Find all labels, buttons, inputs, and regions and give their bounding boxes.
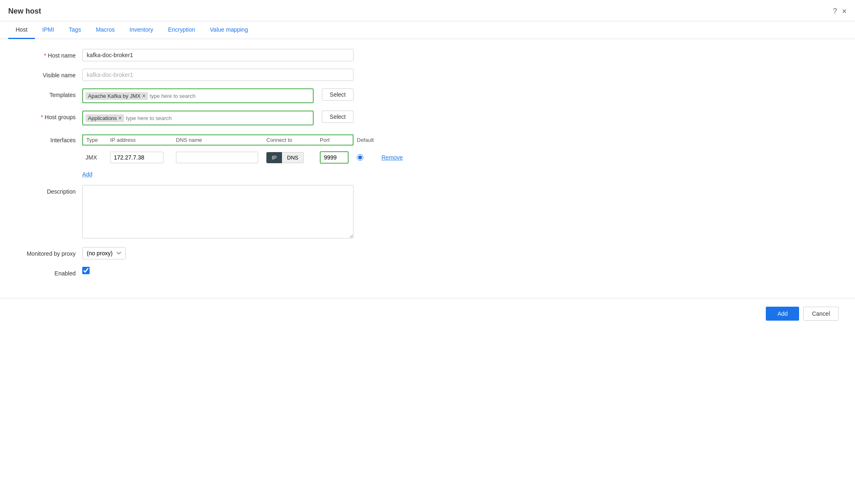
visible-name-input[interactable] (82, 69, 354, 81)
interface-port-input[interactable] (320, 151, 349, 164)
templates-label: Templates (16, 88, 82, 98)
host-group-tag-close[interactable]: × (118, 115, 122, 121)
host-name-input[interactable] (82, 49, 354, 61)
interfaces-type-header: Type (82, 134, 107, 146)
host-groups-search-input[interactable] (126, 115, 195, 121)
add-interface-link[interactable]: Add (82, 171, 92, 178)
template-tag: Apache Kafka by JMX × (86, 92, 148, 100)
host-groups-label: Host groups (16, 111, 82, 120)
enabled-label: Enabled (16, 267, 82, 277)
help-icon[interactable]: ? (833, 7, 837, 16)
dialog-title: New host (8, 7, 41, 21)
cancel-button[interactable]: Cancel (803, 307, 839, 321)
tab-encryption[interactable]: Encryption (161, 21, 203, 39)
templates-select-button[interactable]: Select (322, 88, 354, 101)
tab-ipmi[interactable]: IPMI (35, 21, 62, 39)
visible-name-label: Visible name (16, 69, 82, 79)
templates-tag-input[interactable]: Apache Kafka by JMX × (82, 88, 314, 103)
enabled-checkbox[interactable] (82, 267, 90, 274)
templates-search-input[interactable] (150, 93, 219, 99)
tab-host[interactable]: Host (8, 21, 35, 39)
interface-remove-link[interactable]: Remove (381, 154, 403, 161)
interfaces-default-header: Default (354, 135, 378, 145)
description-label: Description (16, 185, 82, 195)
interfaces-dns-header: DNS name (173, 134, 263, 146)
tab-macros[interactable]: Macros (88, 21, 122, 39)
tab-inventory[interactable]: Inventory (122, 21, 161, 39)
interface-row: JMX IP DNS (82, 147, 411, 168)
tabs-bar: Host IPMI Tags Macros Inventory Encrypti… (0, 21, 855, 39)
host-group-tag: Applications × (86, 114, 124, 122)
host-name-label: Host name (16, 49, 82, 59)
interface-dns-input[interactable] (176, 152, 258, 163)
tab-tags[interactable]: Tags (62, 21, 89, 39)
interfaces-port-header: Port (317, 134, 354, 146)
host-groups-tag-input[interactable]: Applications × (82, 111, 314, 125)
description-textarea[interactable] (82, 185, 354, 238)
interface-type: JMX (82, 153, 107, 162)
interfaces-ip-header: IP address (107, 134, 173, 146)
tab-value-mapping[interactable]: Value mapping (203, 21, 255, 39)
monitored-by-label: Monitored by proxy (16, 247, 82, 257)
host-groups-select-button[interactable]: Select (322, 111, 354, 123)
template-tag-close[interactable]: × (142, 93, 146, 99)
interfaces-connect-header: Connect to (263, 134, 317, 146)
interface-ip-input[interactable] (110, 152, 164, 163)
connect-dns-button[interactable]: DNS (282, 152, 303, 163)
interfaces-label: Interfaces (16, 133, 82, 143)
interfaces-header: Type IP address DNS name Connect to Port… (82, 133, 411, 147)
add-button[interactable]: Add (766, 307, 799, 321)
connect-ip-button[interactable]: IP (266, 152, 282, 163)
close-icon[interactable]: × (842, 7, 847, 16)
monitored-by-proxy-select[interactable]: (no proxy) (82, 247, 126, 259)
interface-default-radio[interactable] (357, 154, 363, 161)
